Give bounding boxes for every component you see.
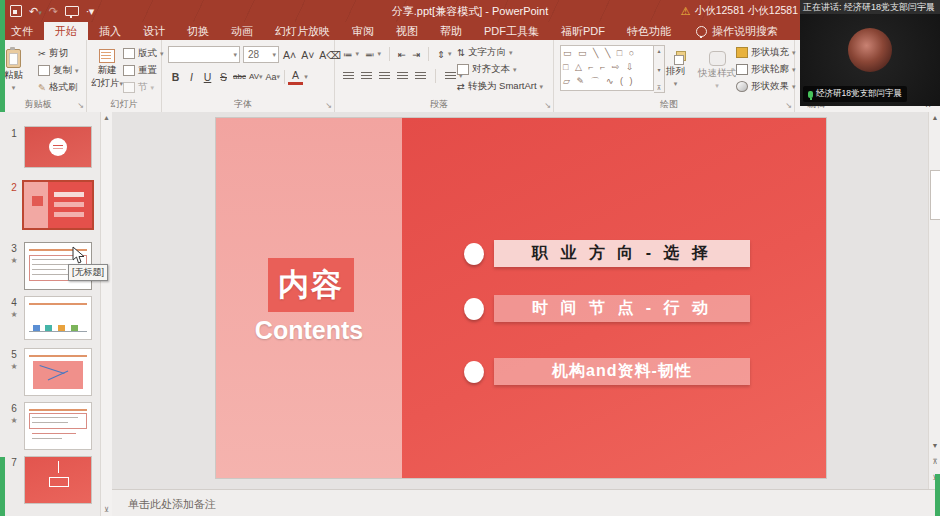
- tab-pdf-tools[interactable]: PDF工具集: [473, 22, 550, 40]
- font-size-value[interactable]: [246, 48, 272, 61]
- bullets-button[interactable]: ≔▾: [343, 49, 359, 60]
- tab-help[interactable]: 帮助: [429, 22, 473, 40]
- current-slide[interactable]: 内容 Contents 职 业 方 向 - 选 择 时 间 节 点 - 行 动 …: [216, 118, 826, 478]
- line-spacing-button[interactable]: ⇕▾: [437, 49, 451, 60]
- tab-file[interactable]: 文件: [0, 22, 44, 40]
- tab-transitions[interactable]: 切换: [176, 22, 220, 40]
- tab-review[interactable]: 审阅: [341, 22, 385, 40]
- section-button[interactable]: 节▾: [123, 81, 154, 94]
- decrease-indent-button[interactable]: ⇤: [398, 49, 406, 60]
- dialog-launcher-icon[interactable]: ↘: [77, 101, 84, 110]
- format-painter-button[interactable]: ✎格式刷: [38, 81, 77, 94]
- lightbulb-icon: [696, 26, 707, 37]
- notes-pane[interactable]: 单击此处添加备注: [112, 489, 940, 516]
- arrange-button[interactable]: 排列 ▾: [666, 46, 685, 89]
- shape-fill-icon: [736, 47, 748, 58]
- tab-slideshow[interactable]: 幻灯片放映: [264, 22, 341, 40]
- cut-button[interactable]: ✂剪切: [38, 47, 68, 60]
- align-text-icon: [457, 64, 469, 75]
- copy-button[interactable]: 复制▾: [38, 64, 79, 77]
- tab-foxit-pdf[interactable]: 福昕PDF: [550, 22, 616, 40]
- grow-font-button[interactable]: A˄: [282, 48, 297, 62]
- tab-view[interactable]: 视图: [385, 22, 429, 40]
- character-spacing-button[interactable]: AV▾: [248, 70, 264, 84]
- quick-access-toolbar: ↶▾ ↷ ⸱▾: [10, 5, 94, 18]
- distribute-button[interactable]: [415, 72, 426, 81]
- layout-button[interactable]: 版式▾: [123, 47, 164, 60]
- text-shadow-button[interactable]: abc: [232, 70, 247, 84]
- scroll-down-icon[interactable]: ▼: [929, 440, 940, 452]
- reset-button[interactable]: 重置: [123, 64, 157, 77]
- dialog-launcher-icon[interactable]: ↘: [544, 101, 551, 110]
- convert-smartart-button[interactable]: ⇄转换为 SmartArt▾: [457, 80, 543, 93]
- tab-special-features[interactable]: 特色功能: [616, 22, 682, 40]
- numbering-button[interactable]: ≕▾: [365, 49, 381, 60]
- align-right-button[interactable]: [379, 72, 390, 81]
- shapes-gallery[interactable]: ▭ ▭ ╲ ╲ □ ○ □ △ ⌐ ⌐ ⇨ ⇩ ▱ ✎ ⌒ ∿ ( ): [560, 45, 654, 91]
- underline-button[interactable]: U: [200, 70, 215, 84]
- undo-icon[interactable]: ↶▾: [29, 5, 42, 18]
- justify-button[interactable]: [397, 72, 408, 81]
- slide-thumbnail-6[interactable]: [24, 402, 92, 450]
- start-slideshow-icon[interactable]: [65, 6, 79, 16]
- strikethrough-button[interactable]: S: [216, 70, 231, 84]
- slide-bullet-row-2[interactable]: 时 间 节 点 - 行 动: [464, 295, 750, 322]
- scroll-up-icon[interactable]: ▲: [929, 112, 940, 124]
- slide-bullet-row-1[interactable]: 职 业 方 向 - 选 择: [464, 240, 750, 267]
- change-case-button[interactable]: Aa▾: [265, 70, 282, 84]
- tab-design[interactable]: 设计: [132, 22, 176, 40]
- tab-animations[interactable]: 动画: [220, 22, 264, 40]
- new-slide-button[interactable]: 新建 幻灯片▾: [91, 44, 123, 89]
- main-scrollbar[interactable]: ▲ ▼ ⊼ ⊻: [928, 112, 940, 489]
- shape-effects-button[interactable]: 形状效果▾: [736, 80, 796, 93]
- previous-slide-button[interactable]: ⊼: [929, 456, 940, 468]
- align-center-button[interactable]: [361, 72, 372, 81]
- save-icon[interactable]: [10, 5, 22, 17]
- paste-button[interactable]: 粘贴 ▾: [4, 44, 23, 93]
- slide-thumbnail-7[interactable]: [24, 456, 92, 504]
- font-size-select[interactable]: ▾: [243, 46, 279, 63]
- shape-effects-icon: [736, 81, 748, 92]
- slide-thumbnail-2-selected[interactable]: [22, 180, 94, 230]
- align-left-button[interactable]: [343, 72, 354, 81]
- tab-home[interactable]: 开始: [44, 22, 88, 40]
- thumbnail-scrollbar[interactable]: ▲ ⊻: [100, 112, 112, 516]
- scroll-down-icon[interactable]: ⊻: [104, 506, 109, 514]
- section-icon: [123, 82, 135, 93]
- scrollbar-thumb[interactable]: [930, 170, 940, 220]
- animation-star-icon: ★: [7, 310, 21, 319]
- align-text-button[interactable]: 对齐文本▾: [457, 63, 517, 76]
- animation-star-icon: ★: [7, 362, 21, 371]
- quick-styles-icon: [709, 51, 726, 66]
- account-info[interactable]: ⚠ 小伙12581 小伙12581: [681, 0, 798, 22]
- font-color-button[interactable]: A: [288, 68, 303, 85]
- slide-thumbnail-4[interactable]: [24, 296, 92, 340]
- font-name-select[interactable]: ▾: [168, 46, 240, 63]
- shape-fill-button[interactable]: 形状填充▾: [736, 46, 796, 59]
- tab-insert[interactable]: 插入: [88, 22, 132, 40]
- dialog-launcher-icon[interactable]: ↘: [325, 101, 332, 110]
- customize-qat-icon[interactable]: ⸱▾: [86, 5, 94, 18]
- shrink-font-button[interactable]: A˅: [300, 48, 315, 62]
- text-direction-button[interactable]: ⇅文字方向▾: [457, 46, 512, 59]
- italic-button[interactable]: I: [184, 70, 199, 84]
- slide-thumbnail-5[interactable]: [24, 348, 92, 396]
- thumb-number-2: 2: [7, 182, 21, 193]
- scroll-up-icon[interactable]: ▲: [103, 114, 110, 121]
- editing-canvas[interactable]: 内容 Contents 职 业 方 向 - 选 择 时 间 节 点 - 行 动 …: [112, 112, 928, 489]
- animation-star-icon: ★: [7, 256, 21, 265]
- increase-indent-button[interactable]: ⇥: [412, 49, 420, 60]
- quick-styles-button[interactable]: 快速样式 ▾: [698, 46, 736, 91]
- slide-thumbnail-panel: 1 2 3 ★ 4 ★ 5 ★: [0, 112, 113, 516]
- shape-outline-button[interactable]: 形状轮廓▾: [736, 63, 796, 76]
- meeting-video-overlay[interactable]: 正在讲话: 经济研18党支部闫宇晨 经济研18党支部闫宇晨: [800, 0, 940, 106]
- video-tile[interactable]: 经济研18党支部闫宇晨: [800, 14, 940, 106]
- slide-title-cn[interactable]: 内容: [268, 258, 354, 312]
- shapes-scrollbar[interactable]: ▴▾⊼: [654, 45, 665, 93]
- redo-icon[interactable]: ↷: [49, 5, 58, 18]
- slide-bullet-row-3[interactable]: 机构and资料-韧性: [464, 358, 750, 385]
- slide-title-en[interactable]: Contents: [216, 316, 402, 345]
- tell-me-search[interactable]: 操作说明搜索: [696, 22, 778, 40]
- slide-thumbnail-1[interactable]: [24, 126, 92, 168]
- bold-button[interactable]: B: [168, 70, 183, 84]
